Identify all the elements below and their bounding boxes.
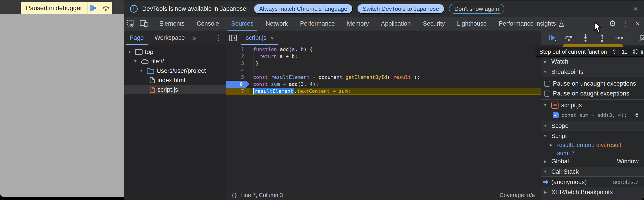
caret-down-icon[interactable]: ▼ [126,50,133,54]
screen: Paused in debugger i [0,0,644,200]
scope-global-group[interactable]: ▶ Global Window [541,157,644,166]
code-line-2[interactable]: 2 return a + b; [226,53,541,60]
editor-tabstrip: script.js × [226,31,541,45]
script-file-icon [149,86,155,93]
paused-in-debugger-banner: Paused in debugger [21,2,112,14]
paused-banner-label: Paused in debugger [21,2,87,14]
tree-item-index-html[interactable]: index.html [124,75,226,85]
code-line-3[interactable]: 3 } [226,60,541,67]
tab-sources[interactable]: Sources [225,17,260,30]
infobar-close-icon[interactable]: × [633,4,638,13]
devtools-tabbar: Elements Console Sources Network Perform… [124,17,644,31]
inspect-element-button[interactable] [124,17,137,30]
step-button[interactable] [614,33,623,42]
breakpoint-checkbox[interactable]: ✓ [553,112,559,118]
scope-section-header[interactable]: ▼ Scope [541,121,644,131]
scope-script-group[interactable]: ▼ Script [541,131,644,141]
tab-performance-insights[interactable]: Performance insights [493,17,571,30]
cloud-icon [141,58,149,64]
caret-down-icon[interactable]: ▼ [132,59,138,64]
code-line-6[interactable]: 6 const sum = add(3, 4); [226,81,541,88]
pause-uncaught-checkbox[interactable] [544,81,550,87]
tree-item-top[interactable]: ▼ top [124,47,226,57]
navigator-tab-page[interactable]: Page [124,31,149,45]
step-over-next-function-call-button[interactable] [564,33,573,42]
deactivate-breakpoints-button[interactable] [639,33,644,42]
gutter-line-2[interactable]: 2 [226,53,250,60]
breakpoint-line-number: 6 [635,112,643,119]
code-line-7-execution-line[interactable]: 7 resultElement.textContent = sum; [226,88,541,95]
breakpoint-file-group[interactable]: ▼ <> script.js [541,100,644,110]
pretty-print-braces-icon[interactable]: { } [232,192,236,198]
tree-item-script-js[interactable]: script.js [124,85,226,94]
resume-script-execution-button[interactable] [548,33,557,42]
code-line-1[interactable]: 1 function add(a, b) { [226,46,541,53]
gutter-line-5[interactable]: 5 [226,74,250,81]
step-out-of-current-function-button[interactable] [598,33,607,42]
close-tab-icon[interactable]: × [270,34,274,41]
caret-right-icon[interactable]: ▶ [542,190,549,195]
more-tabs-chevron-icon[interactable]: » [190,34,198,42]
collapse-sidebar-button[interactable] [226,31,240,45]
dont-show-again-button[interactable]: Don't show again [449,4,504,14]
tab-application[interactable]: Application [375,17,417,30]
navigator-tab-workspace[interactable]: Workspace [149,31,190,45]
breakpoint-marker-line-6[interactable]: 6 [226,81,250,88]
navigator-menu-kebab-icon[interactable]: ⋮ [216,34,222,42]
pause-on-uncaught-exceptions-row[interactable]: Pause on uncaught exceptions [541,78,644,89]
caret-right-icon[interactable]: ▶ [548,143,554,147]
watch-section-header[interactable]: ▶ Watch [541,56,644,67]
breakpoints-section-header[interactable]: ▼ Breakpoints [541,67,644,77]
call-stack-frame-anonymous[interactable]: (anonymous) script.js:7 [541,177,644,187]
scope-var-resultelement[interactable]: ▶ resultElement: div#result [541,141,644,149]
divider [541,131,644,131]
switch-to-japanese-button[interactable]: Switch DevTools to Japanese [357,4,444,14]
caret-right-icon[interactable]: ▶ [542,159,549,164]
frame-location-label: script.js:7 [613,179,643,186]
pause-on-caught-exceptions-row[interactable]: Pause on caught exceptions [541,89,644,98]
tab-console[interactable]: Console [191,17,225,30]
caret-down-icon[interactable]: ▼ [138,68,144,73]
step-into-next-function-call-button[interactable] [581,33,590,42]
match-chrome-language-button[interactable]: Always match Chrome's language [254,4,353,14]
gutter-line-4[interactable]: 4 [226,67,250,74]
caret-down-icon[interactable]: ▼ [542,70,549,74]
code-line-4[interactable]: 4 [226,67,541,74]
tab-security[interactable]: Security [417,17,451,30]
tab-memory[interactable]: Memory [341,17,375,30]
pause-caught-checkbox[interactable] [544,91,550,97]
deactivate-breakpoints-icon [639,34,644,41]
divider [152,19,152,28]
caret-down-icon[interactable]: ▼ [542,170,549,174]
caret-down-icon[interactable]: ▼ [542,134,549,138]
devtools-window: i DevTools is now available in Japanese!… [124,0,644,200]
tab-network[interactable]: Network [260,17,294,30]
gutter-line-7[interactable]: 7 [226,88,250,95]
device-toolbar-button[interactable] [137,17,150,30]
dom-breakpoints-section-header[interactable]: ▶ DOM Breakpoints [541,197,644,200]
resume-script-button[interactable] [88,2,100,14]
breakpoint-entry[interactable]: ✓ const sum = add(3, 4); 6 [541,110,644,120]
editor-tab-script-js[interactable]: script.js × [240,31,279,45]
settings-gear-icon[interactable]: ⚙ [606,17,619,30]
gutter-line-1[interactable]: 1 [226,46,250,53]
more-options-kebab-icon[interactable]: ⋮ [619,17,632,30]
xhr-breakpoints-section-header[interactable]: ▶ XHR/fetch Breakpoints [541,188,644,197]
caret-down-icon[interactable]: ▼ [542,103,549,107]
call-stack-section-header[interactable]: ▼ Call Stack [541,167,644,176]
devtools-close-icon[interactable]: × [632,17,644,30]
tree-item-project-folder[interactable]: ▼ Users/user/project [124,66,226,75]
scope-var-sum[interactable]: sum: 7 [541,149,644,157]
tree-item-file-protocol[interactable]: ▼ file:// [124,57,226,66]
caret-right-icon[interactable]: ▶ [542,59,549,64]
divider [631,35,631,41]
tab-performance[interactable]: Performance [294,17,341,30]
tab-elements[interactable]: Elements [153,17,191,30]
tab-lighthouse[interactable]: Lighthouse [451,17,492,30]
step-over-button[interactable] [100,2,112,14]
divider [541,77,644,77]
gutter-line-3[interactable]: 3 [226,60,250,67]
global-value-label: Window [617,158,643,165]
caret-down-icon[interactable]: ▼ [542,124,549,128]
code-line-5[interactable]: 5 const resultElement = document.getElem… [226,74,541,81]
